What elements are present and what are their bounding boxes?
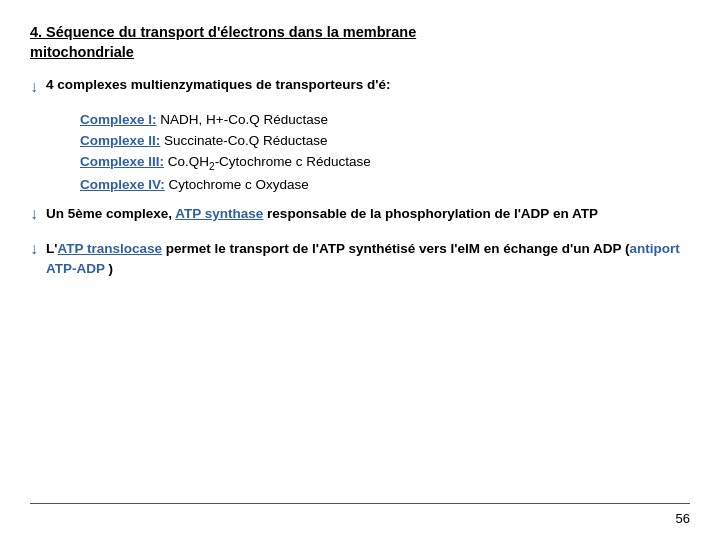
title-line2: mitochondriale [30, 44, 134, 60]
complex3-desc: Co.QH2-Cytochrome c Réductase [168, 154, 371, 169]
complex4-label: Complexe IV: [80, 177, 165, 192]
bullet1-text: 4 complexes multienzymatiques de transpo… [46, 77, 391, 92]
complex-1: Complexe I: NADH, H+-Co.Q Réductase [80, 112, 690, 127]
title-line1: 4. Séquence du transport d'électrons dan… [30, 24, 416, 40]
arrow-icon-1: ↓ [30, 78, 38, 96]
atp-translocase-label: ATP translocase [57, 241, 162, 256]
complex-2: Complexe II: Succinate-Co.Q Réductase [80, 133, 690, 148]
complex2-desc: Succinate-Co.Q Réductase [164, 133, 328, 148]
bullet-2: ↓ Un 5ème complexe, ATP synthase respons… [30, 204, 690, 224]
bullet3-text: L'ATP translocase permet le transport de… [46, 239, 690, 280]
slide-title: 4. Séquence du transport d'électrons dan… [30, 22, 690, 63]
bottom-divider [30, 503, 690, 504]
complex-3: Complexe III: Co.QH2-Cytochrome c Réduct… [80, 154, 690, 172]
complexes-list: Complexe I: NADH, H+-Co.Q Réductase Comp… [80, 112, 690, 193]
arrow-icon-2: ↓ [30, 205, 38, 223]
page-number: 56 [676, 511, 690, 526]
complex1-label: Complexe I: [80, 112, 157, 127]
complex2-label: Complexe II: [80, 133, 160, 148]
bullet2-text: Un 5ème complexe, ATP synthase responsab… [46, 204, 598, 224]
complex1-desc: NADH, H+-Co.Q Réductase [160, 112, 328, 127]
complex4-desc: Cytochrome c Oxydase [169, 177, 309, 192]
slide-page: 4. Séquence du transport d'électrons dan… [0, 0, 720, 540]
atp-synthase-label: ATP synthase [175, 206, 263, 221]
bullet-3: ↓ L'ATP translocase permet le transport … [30, 239, 690, 280]
arrow-icon-3: ↓ [30, 240, 38, 258]
complex-4: Complexe IV: Cytochrome c Oxydase [80, 177, 690, 192]
bullet-1: ↓ 4 complexes multienzymatiques de trans… [30, 77, 690, 96]
complex3-label: Complexe III: [80, 154, 164, 169]
